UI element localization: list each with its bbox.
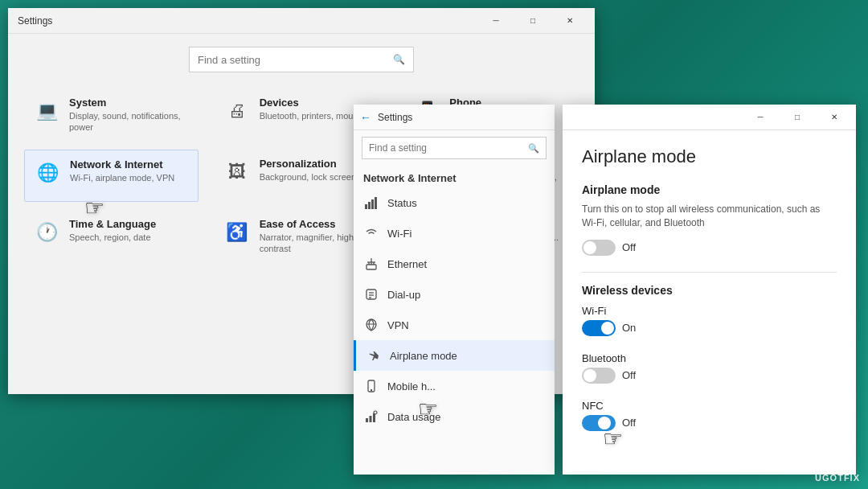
bluetooth-toggle-row: Off (582, 368, 837, 384)
wifi-toggle[interactable] (582, 320, 616, 336)
status-nav-label: Status (387, 197, 417, 209)
main-search-bar[interactable]: 🔍 (189, 47, 414, 72)
svg-point-20 (374, 411, 377, 414)
wifi-toggle-row: On (582, 320, 837, 336)
devices-icon: 🖨 (223, 97, 252, 125)
nav-item-ethernet[interactable]: Ethernet (354, 249, 555, 279)
airplane-toggle-knob (583, 241, 596, 254)
airplane-description: Turn this on to stop all wireless commun… (582, 203, 837, 230)
network-settings-panel: ← Settings 🔍 Network & Internet Status W… (354, 105, 555, 475)
back-button[interactable]: ← (360, 111, 371, 124)
panel-title: Settings (378, 112, 412, 123)
svg-rect-18 (370, 416, 372, 422)
nfc-device-label: NFC (582, 400, 837, 412)
right-content-area: Airplane mode Airplane mode Turn this on… (563, 130, 856, 463)
right-maximize-button[interactable]: □ (779, 105, 816, 130)
vpn-nav-label: VPN (387, 319, 409, 331)
main-search-input[interactable] (198, 54, 393, 66)
right-close-button[interactable]: ✕ (816, 105, 853, 130)
wifi-nav-label: Wi-Fi (387, 228, 411, 240)
svg-rect-4 (366, 265, 376, 269)
mobile-nav-icon (363, 378, 379, 394)
airplane-section-title: Airplane mode (582, 183, 837, 196)
maximize-button[interactable]: □ (514, 8, 551, 34)
right-panel-titlebar: ─ □ ✕ (563, 105, 856, 130)
datausage-nav-icon (363, 409, 379, 425)
nav-item-airplane[interactable]: Airplane mode (354, 340, 555, 371)
minimize-button[interactable]: ─ (477, 8, 514, 34)
wifi-device-label: Wi-Fi (582, 305, 837, 317)
ease-icon: ♿ (223, 218, 252, 247)
svg-rect-3 (375, 197, 377, 209)
airplane-toggle[interactable] (582, 240, 616, 256)
wireless-section-title: Wireless devices (582, 284, 837, 297)
nav-item-vpn[interactable]: VPN (354, 310, 555, 340)
network-icon: 🌐 (33, 158, 62, 187)
airplane-toggle-row: Off (582, 240, 837, 256)
bluetooth-toggle-label: Off (622, 369, 636, 381)
panel-search-bar[interactable]: 🔍 (362, 137, 547, 159)
settings-item-time[interactable]: 🕐 Time & Language Speech, region, date (24, 210, 199, 263)
nfc-toggle-label: Off (622, 417, 636, 429)
personalization-icon: 🖼 (223, 158, 252, 187)
nav-item-wifi[interactable]: Wi-Fi (354, 218, 555, 249)
ethernet-nav-icon (363, 256, 379, 272)
dialup-nav-icon (363, 286, 379, 302)
wifi-toggle-knob (601, 322, 614, 335)
status-nav-icon (363, 195, 379, 211)
svg-rect-2 (371, 199, 374, 209)
system-title: System (69, 97, 190, 109)
airplane-nav-icon (366, 347, 382, 364)
watermark: UGOTFIX (815, 473, 860, 483)
airplane-toggle-label: Off (622, 241, 636, 253)
nav-item-status[interactable]: Status (354, 187, 555, 218)
time-icon: 🕐 (32, 218, 61, 247)
panel-search-icon: 🔍 (528, 143, 539, 154)
divider-1 (582, 272, 837, 273)
nfc-toggle-row: Off (582, 415, 837, 431)
svg-rect-1 (368, 202, 371, 209)
airplane-mode-panel: ─ □ ✕ Airplane mode Airplane mode Turn t… (563, 105, 856, 475)
svg-rect-17 (366, 418, 368, 422)
nav-item-mobile[interactable]: Mobile h... (354, 371, 555, 401)
mobile-nav-label: Mobile h... (387, 380, 436, 392)
airplane-nav-label: Airplane mode (390, 350, 457, 362)
svg-rect-0 (365, 204, 367, 209)
time-title: Time & Language (69, 218, 156, 230)
settings-item-system[interactable]: 💻 System Display, sound, notifications, … (24, 88, 199, 142)
dialup-nav-label: Dial-up (387, 289, 420, 301)
nav-item-dialup[interactable]: Dial-up (354, 279, 555, 310)
bluetooth-toggle-knob (583, 369, 596, 382)
panel-section-title: Network & Internet (354, 166, 555, 187)
wifi-toggle-label: On (622, 322, 636, 334)
main-titlebar: Settings ─ □ ✕ (8, 8, 595, 34)
svg-rect-19 (373, 413, 375, 422)
page-title: Airplane mode (582, 146, 837, 167)
nfc-toggle-knob (598, 417, 611, 429)
bluetooth-device-label: Bluetooth (582, 352, 837, 364)
nav-item-datausage[interactable]: Data usage (354, 401, 555, 432)
system-icon: 💻 (32, 97, 61, 125)
network-title: Network & Internet (70, 158, 174, 171)
main-window-title: Settings (18, 15, 52, 27)
bluetooth-toggle[interactable] (582, 368, 616, 384)
settings-item-network[interactable]: 🌐 Network & Internet Wi-Fi, airplane mod… (24, 150, 199, 203)
datausage-nav-label: Data usage (387, 411, 441, 423)
system-subtitle: Display, sound, notifications, power (69, 110, 190, 134)
wifi-nav-icon (363, 225, 379, 241)
titlebar-controls: ─ □ ✕ (477, 8, 588, 34)
right-minimize-button[interactable]: ─ (742, 105, 779, 130)
nfc-toggle[interactable] (582, 415, 616, 431)
panel-titlebar: ← Settings (354, 105, 555, 130)
close-button[interactable]: ✕ (551, 8, 588, 34)
ethernet-nav-label: Ethernet (387, 258, 427, 270)
main-search-icon: 🔍 (393, 54, 405, 65)
vpn-nav-icon (363, 317, 379, 333)
time-subtitle: Speech, region, date (69, 232, 156, 243)
panel-search-input[interactable] (369, 142, 528, 154)
network-subtitle: Wi-Fi, airplane mode, VPN (70, 172, 174, 183)
